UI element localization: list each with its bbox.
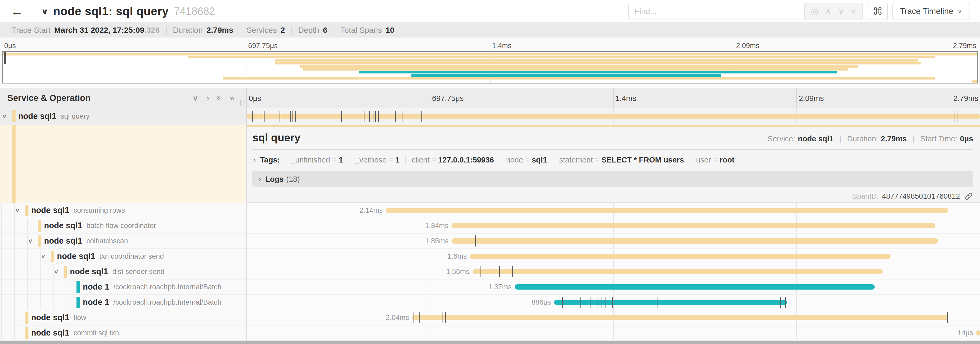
- next-result-icon[interactable]: ∨: [838, 7, 844, 16]
- span-bar-cell[interactable]: [247, 108, 980, 125]
- tag-value: SELECT * FROM users: [601, 156, 684, 164]
- trace-collapse-icon[interactable]: ∨: [41, 7, 49, 16]
- chevron-down-icon[interactable]: ∨: [15, 207, 20, 214]
- back-button[interactable]: ←: [0, 0, 34, 22]
- timeline-grid-header: Service & Operation ∨›»» || 0μs697.75μs1…: [0, 88, 980, 108]
- clear-search-icon[interactable]: ×: [851, 7, 856, 16]
- log-marker-tick: [264, 111, 264, 122]
- span-bar[interactable]: [412, 315, 948, 320]
- bottom-scrollbar[interactable]: [0, 341, 980, 344]
- span-detail-panel: sql query Service:node sql1 | Duration:2…: [247, 125, 980, 203]
- span-bar[interactable]: [452, 223, 935, 228]
- span-tree-cell[interactable]: ∨node sql1dist sender send: [0, 264, 247, 280]
- span-tree-cell[interactable]: node sql1batch flow coordinator: [0, 218, 247, 234]
- tag-item: _unfinished=1: [285, 156, 349, 164]
- tree-indent-guide: [40, 295, 41, 310]
- span-tree-cell[interactable]: ∨node sql1consuming rows: [0, 203, 247, 218]
- span-row: node sql1batch flow coordinator1.84ms: [0, 218, 980, 234]
- trace-info-item: Services2: [240, 26, 292, 35]
- span-bar[interactable]: [473, 269, 883, 274]
- tag-value: sql1: [532, 156, 547, 164]
- span-bar[interactable]: [554, 299, 787, 305]
- minimap-span-bar: [303, 68, 848, 70]
- span-tree-cell[interactable]: node sql1commit sql txn: [0, 325, 247, 341]
- log-marker-tick: [290, 111, 291, 122]
- log-marker-tick: [958, 111, 958, 122]
- span-bar[interactable]: [976, 330, 980, 336]
- tag-value: root: [720, 156, 735, 164]
- tag-value: 1: [395, 156, 399, 164]
- collapse-one-icon[interactable]: ∨: [192, 94, 198, 102]
- tag-equals: =: [525, 156, 530, 164]
- expand-one-icon[interactable]: ›: [207, 94, 209, 102]
- tree-indent-guide: [40, 280, 41, 294]
- chevron-down-icon[interactable]: ∨: [54, 268, 59, 275]
- tag-key: statement: [559, 156, 593, 164]
- tree-indent-guide: [27, 295, 28, 310]
- minimap-tick-label: 1.4ms: [492, 42, 512, 50]
- log-marker-tick: [295, 111, 296, 122]
- span-bar[interactable]: [452, 238, 938, 243]
- minimap-drag-handle[interactable]: [4, 52, 6, 64]
- expand-all-icon[interactable]: »: [230, 94, 234, 102]
- tree-indent-guide: [1, 249, 2, 264]
- span-color-bar: [64, 266, 67, 278]
- service-name: node sql1: [31, 328, 69, 338]
- locate-icon[interactable]: ◎: [811, 7, 818, 16]
- minimap-span-bar: [275, 59, 918, 62]
- span-bar-cell[interactable]: 886μs: [247, 295, 980, 310]
- span-tree-cell[interactable]: node 1/cockroach.roachpb.Internal/Batch: [0, 295, 247, 310]
- service-name: node 1: [83, 282, 109, 292]
- collapse-all-icon[interactable]: »: [215, 96, 224, 101]
- span-bar-cell[interactable]: 1.85ms: [247, 234, 980, 249]
- span-tree-cell[interactable]: node sql1flow: [0, 310, 247, 325]
- logs-accordion[interactable]: › Logs (18): [252, 171, 973, 187]
- tree-indent-guide: [14, 234, 15, 248]
- span-bar-cell[interactable]: 14μs: [247, 325, 980, 341]
- span-rows: ∨node sql1sql query sql query Service:no…: [0, 108, 980, 341]
- log-marker-tick: [414, 312, 414, 323]
- minimap-tick-label: 2.09ms: [736, 42, 759, 50]
- info-label: Duration: [173, 26, 203, 35]
- span-color-bar: [38, 220, 41, 232]
- column-resizer-handle[interactable]: ||: [240, 99, 245, 107]
- minimap-canvas[interactable]: [2, 51, 978, 83]
- service-name: node sql1: [44, 236, 82, 246]
- trace-info-item: Total Spans10: [334, 26, 401, 35]
- keyboard-shortcuts-button[interactable]: ⌘: [868, 3, 888, 20]
- span-duration-label: 1.37ms: [488, 283, 512, 291]
- span-bar-cell[interactable]: 1.84ms: [247, 218, 980, 234]
- info-label: Trace Start: [12, 26, 50, 35]
- span-bar-cell[interactable]: 1.37ms: [247, 280, 980, 295]
- meta-separator: |: [840, 134, 842, 143]
- span-bar-cell[interactable]: 1.6ms: [247, 249, 980, 264]
- service-name: node sql1: [31, 206, 69, 215]
- span-bar[interactable]: [515, 284, 875, 290]
- span-tree-cell[interactable]: ∨node sql1sql query: [0, 108, 247, 125]
- find-box: ◎∧∨×: [628, 3, 863, 20]
- span-tree-cell[interactable]: node 1/cockroach.roachpb.Internal/Batch: [0, 280, 247, 295]
- span-bar[interactable]: [470, 254, 891, 259]
- log-marker-tick: [293, 111, 293, 122]
- span-bar[interactable]: [247, 114, 980, 119]
- minimap-tick-label: 0μs: [4, 42, 16, 50]
- chevron-down-icon[interactable]: ∨: [2, 113, 7, 120]
- span-detail-left-gutter: [0, 125, 247, 203]
- tags-row[interactable]: › Tags: _unfinished=1_verbose=1client=12…: [252, 150, 973, 167]
- span-bar-cell[interactable]: 2.14ms: [247, 203, 980, 218]
- chevron-down-icon[interactable]: ∨: [28, 238, 33, 245]
- view-selector-button[interactable]: Trace Timeline ∨: [892, 3, 969, 20]
- span-tree-cell[interactable]: ∨node sql1colbatchscan: [0, 234, 247, 249]
- prev-result-icon[interactable]: ∧: [825, 7, 831, 16]
- span-tree-cell[interactable]: ∨node sql1txn coordinator send: [0, 249, 247, 264]
- span-color-bar: [51, 251, 54, 262]
- chevron-down-icon[interactable]: ∨: [41, 253, 46, 260]
- find-input[interactable]: [629, 3, 804, 19]
- span-bar[interactable]: [386, 208, 948, 213]
- operation-name: dist sender send: [112, 268, 165, 276]
- copy-link-icon[interactable]: [964, 192, 973, 201]
- span-bar-cell[interactable]: 2.04ms: [247, 310, 980, 325]
- span-bar-cell[interactable]: 1.56ms: [247, 264, 980, 280]
- log-marker-tick: [419, 312, 420, 323]
- operation-name: txn coordinator send: [99, 252, 164, 261]
